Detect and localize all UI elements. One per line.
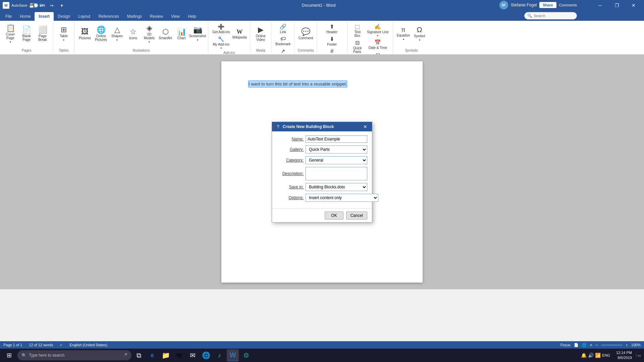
- ime-icon[interactable]: ENG: [602, 353, 610, 357]
- close-button[interactable]: ✕: [626, 0, 641, 11]
- bookmark-button[interactable]: 🏷 Bookmark: [274, 35, 292, 47]
- comment-button[interactable]: 💬 Comment: [298, 23, 313, 45]
- tab-home[interactable]: Home: [16, 12, 35, 21]
- redo-qat-button[interactable]: ↪: [47, 1, 56, 9]
- online-video-button[interactable]: ▶ OnlineVideo: [253, 23, 268, 45]
- symbol-button[interactable]: Ω Symbol ▾: [412, 23, 427, 45]
- screenshot-button[interactable]: 📷 Screenshot ▾: [190, 23, 205, 45]
- page-break-button[interactable]: ⬜ PageBreak: [35, 23, 50, 45]
- icons-button[interactable]: ☆ Icons: [125, 23, 141, 45]
- blank-page-button[interactable]: 📄 BlankPage: [19, 23, 34, 45]
- edge-button[interactable]: e: [146, 349, 158, 361]
- my-addins-label: My Add-ins: [213, 43, 229, 46]
- my-addins-button[interactable]: 🔧 My Add-ins ▾: [211, 35, 231, 50]
- comments-button[interactable]: Comments: [559, 3, 577, 7]
- smartart-button[interactable]: ⬡ SmartArt: [158, 23, 173, 45]
- status-bar: Page 1 of 1 12 of 12 words ✓ English (Un…: [0, 341, 644, 349]
- ribbon-search-box[interactable]: 🔍: [524, 12, 577, 19]
- chrome-button[interactable]: 🌐: [200, 349, 212, 361]
- comments-group-label: Comments: [298, 48, 314, 52]
- footer-icon: ⬇: [330, 36, 334, 42]
- title-bar-left: W AutoSave ON 💾 ↩ ↪ ▾: [3, 2, 45, 9]
- textbox-button[interactable]: ⬚ TextBox: [350, 23, 365, 38]
- taskbar-search-input[interactable]: [29, 353, 120, 358]
- share-button[interactable]: Share: [539, 2, 556, 8]
- tab-mailings[interactable]: Mailings: [123, 12, 146, 21]
- header-button[interactable]: ⬆ Header: [325, 23, 339, 35]
- taskbar-search-box[interactable]: 🔍 🎤: [17, 350, 131, 360]
- date-time-button[interactable]: 📅 Date & Time: [366, 39, 390, 50]
- start-button[interactable]: ⊞: [2, 349, 16, 361]
- textbox-icon: ⬚: [355, 23, 360, 30]
- selected-text: I want to turn this bit of text into a r…: [248, 80, 347, 87]
- zoom-in-button[interactable]: +: [626, 343, 628, 347]
- taskbar-clock[interactable]: 12:14 PM 8/6/2019: [613, 350, 635, 361]
- wikipedia-button[interactable]: W Wikipedia: [232, 23, 247, 45]
- tab-layout[interactable]: Layout: [74, 12, 94, 21]
- signature-line-button[interactable]: ✍ Signature Line ▾: [366, 23, 390, 38]
- 3d-models-button[interactable]: ◈ 3DModels ▾: [142, 23, 157, 45]
- tab-references[interactable]: References: [94, 12, 123, 21]
- online-pictures-button[interactable]: 🌐 OnlinePictures: [93, 23, 109, 45]
- search-input[interactable]: [534, 14, 574, 18]
- language[interactable]: English (United States): [69, 343, 107, 347]
- dialog-name-input[interactable]: [306, 135, 367, 143]
- zoom-level: 100%: [631, 343, 641, 347]
- save-qat-button[interactable]: 💾: [27, 1, 36, 9]
- link-icon: 🔗: [280, 23, 286, 30]
- tab-design[interactable]: Design: [54, 12, 74, 21]
- dialog-close-button[interactable]: ✕: [362, 124, 369, 129]
- word-taskbar-button[interactable]: W: [227, 349, 239, 361]
- restore-button[interactable]: ❐: [609, 0, 625, 11]
- view-web-icon[interactable]: 🌐: [582, 343, 587, 347]
- tab-review[interactable]: Review: [146, 12, 167, 21]
- table-button[interactable]: ⊞ Table ▾: [56, 23, 71, 45]
- undo-qat-button[interactable]: ↩: [37, 1, 46, 9]
- dialog-description-input[interactable]: [306, 167, 367, 180]
- notification-icon[interactable]: 🔔: [581, 353, 587, 358]
- minimize-button[interactable]: ─: [592, 0, 608, 11]
- get-addins-button[interactable]: ➕ Get Add-ins: [211, 23, 231, 35]
- focus-label[interactable]: Focus: [560, 343, 571, 347]
- task-view-button[interactable]: ⧉: [133, 349, 145, 361]
- spell-check-icon[interactable]: ✓: [60, 343, 63, 347]
- user-avatar: SF: [499, 1, 508, 9]
- spotify-button[interactable]: ♪: [213, 349, 225, 361]
- chart-button[interactable]: 📊 Chart: [174, 23, 189, 45]
- other-taskbar-button[interactable]: ⚙: [240, 349, 252, 361]
- zoom-out-button[interactable]: ─: [595, 343, 598, 347]
- cover-page-icon: 📋: [6, 24, 15, 32]
- dialog-savein-select[interactable]: Building Blocks.dotx Normal.dotm: [306, 183, 367, 191]
- taskbar-mic-icon[interactable]: 🎤: [122, 353, 127, 358]
- tab-view[interactable]: View: [167, 12, 184, 21]
- view-outline-icon[interactable]: ≡: [590, 343, 592, 347]
- dialog-category-select[interactable]: General Built-in: [306, 156, 367, 164]
- footer-button[interactable]: ⬇ Footer: [325, 35, 339, 47]
- pictures-button[interactable]: 🖼 Pictures: [77, 23, 93, 45]
- shapes-arrow: ▾: [116, 39, 118, 42]
- dialog-gallery-select[interactable]: Quick Parts AutoText: [306, 145, 367, 154]
- zoom-slider[interactable]: ────────: [601, 343, 622, 347]
- equation-button[interactable]: π Equation ▾: [396, 23, 411, 45]
- dialog-ok-button[interactable]: OK: [325, 212, 343, 220]
- mail-button[interactable]: ✉: [186, 349, 199, 361]
- volume-icon[interactable]: 🔊: [588, 353, 594, 358]
- cover-page-button[interactable]: 📋 CoverPage ▾: [3, 23, 18, 45]
- dialog-options-select[interactable]: Insert content only Insert content in it…: [306, 194, 378, 202]
- dialog-cancel-button[interactable]: Cancel: [346, 212, 367, 220]
- show-desktop-button[interactable]: ▭: [636, 354, 642, 357]
- dialog-options-row: Options: Insert content only Insert cont…: [277, 194, 367, 202]
- dialog-gallery-label: Gallery:: [277, 147, 304, 152]
- tab-insert[interactable]: Insert: [35, 12, 54, 21]
- tab-file[interactable]: File: [1, 12, 16, 21]
- shapes-button[interactable]: △ Shapes ▾: [109, 23, 125, 45]
- store-button[interactable]: 🛍: [173, 349, 185, 361]
- dialog-help-button[interactable]: ?: [275, 124, 281, 129]
- tab-help[interactable]: Help: [184, 12, 200, 21]
- link-button[interactable]: 🔗 Link: [274, 23, 292, 35]
- network-icon[interactable]: 📶: [595, 353, 601, 358]
- view-print-icon[interactable]: 📄: [574, 343, 579, 347]
- explorer-button[interactable]: 📁: [160, 349, 172, 361]
- tables-group-label: Tables: [59, 48, 69, 52]
- qat-more-button[interactable]: ▾: [57, 1, 66, 9]
